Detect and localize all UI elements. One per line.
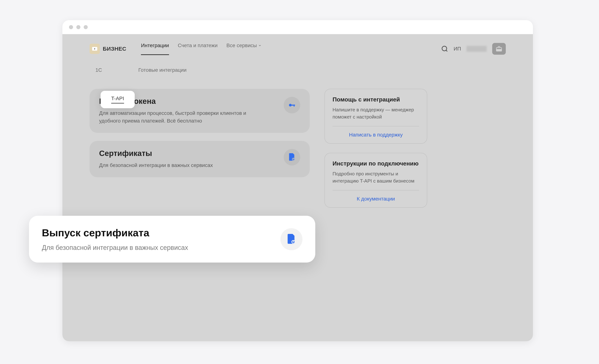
briefcase-icon[interactable] bbox=[492, 43, 506, 55]
nav-accounts-payments[interactable]: Счета и платежи bbox=[178, 43, 218, 55]
card-certificates[interactable]: Сертификаты Для безопасной интеграции в … bbox=[89, 141, 310, 177]
side-card-docs: Инструкции по подключению Подробно про и… bbox=[325, 153, 427, 208]
right-column: Помощь с интеграцией Напишите в поддержк… bbox=[325, 89, 427, 217]
header: т БИЗНЕС Интеграции Счета и платежи Все … bbox=[62, 34, 533, 58]
popup-tab-tapi[interactable]: T-API bbox=[101, 91, 135, 108]
certificate-glyph-icon bbox=[288, 153, 296, 161]
logo-mark: т bbox=[89, 44, 100, 54]
nav-all-services-label: Все сервисы bbox=[227, 43, 257, 48]
certificate-glyph-icon bbox=[287, 234, 296, 244]
nav-integrations[interactable]: Интеграции bbox=[141, 43, 169, 55]
link-write-support[interactable]: Написать в поддержку bbox=[333, 126, 419, 143]
popup-card-certificate-issue[interactable]: Выпуск сертификата Для безопасной интегр… bbox=[29, 216, 315, 262]
certificate-icon bbox=[280, 228, 302, 250]
subnav-ready-integrations[interactable]: Готовые интеграции bbox=[132, 63, 193, 77]
side-card-title: Инструкции по подключению bbox=[333, 160, 419, 167]
svg-rect-12 bbox=[293, 241, 294, 241]
search-icon[interactable] bbox=[441, 45, 448, 52]
header-right: ИП bbox=[441, 43, 506, 55]
user-name-redacted bbox=[467, 46, 487, 52]
logo[interactable]: т БИЗНЕС bbox=[89, 44, 126, 54]
card-desc: Для автоматизации процессов, быстрой про… bbox=[99, 109, 264, 125]
window-minimize-button[interactable] bbox=[76, 25, 80, 29]
popup-card-desc: Для безопасной интеграции в важных серви… bbox=[42, 244, 280, 251]
traffic-lights bbox=[69, 25, 88, 29]
nav-all-services[interactable]: Все сервисы bbox=[227, 43, 262, 55]
popup-tab-label: T-API bbox=[111, 95, 124, 104]
user-prefix: ИП bbox=[454, 46, 461, 52]
briefcase-glyph-icon bbox=[495, 45, 503, 52]
popup-card-title: Выпуск сертификата bbox=[42, 227, 280, 239]
svg-point-11 bbox=[293, 242, 294, 242]
side-card-title: Помощь с интеграцией bbox=[333, 96, 419, 103]
card-content: Сертификаты Для безопасной интеграции в … bbox=[99, 149, 276, 169]
svg-point-7 bbox=[293, 159, 294, 160]
subnav-1c[interactable]: 1C bbox=[89, 63, 108, 77]
popup-card-content: Выпуск сертификата Для безопасной интегр… bbox=[42, 227, 280, 251]
svg-rect-4 bbox=[294, 104, 295, 107]
side-card-desc: Подробно про инструменты и интеграцию T-… bbox=[333, 170, 419, 185]
window-titlebar bbox=[62, 20, 533, 34]
window-close-button[interactable] bbox=[69, 25, 73, 29]
card-title: Сертификаты bbox=[99, 149, 276, 158]
main-nav: Интеграции Счета и платежи Все сервисы bbox=[141, 43, 441, 55]
side-card-help: Помощь с интеграцией Напишите в поддержк… bbox=[325, 89, 427, 144]
link-to-documentation[interactable]: К документации bbox=[333, 190, 419, 207]
svg-line-1 bbox=[446, 50, 447, 51]
window-maximize-button[interactable] bbox=[84, 25, 88, 29]
side-card-desc: Напишите в поддержку — менеджер поможет … bbox=[333, 106, 419, 121]
svg-point-0 bbox=[442, 46, 447, 51]
key-icon bbox=[284, 97, 300, 113]
logo-mark-letter: т bbox=[92, 47, 97, 51]
app-body: т БИЗНЕС Интеграции Счета и платежи Все … bbox=[62, 34, 533, 341]
logo-text: БИЗНЕС bbox=[103, 46, 126, 52]
card-desc: Для безопасной интеграции в важных серви… bbox=[99, 161, 264, 169]
browser-window: т БИЗНЕС Интеграции Счета и платежи Все … bbox=[62, 20, 533, 341]
certificate-icon bbox=[284, 149, 300, 165]
svg-rect-8 bbox=[293, 158, 294, 159]
svg-point-2 bbox=[289, 104, 292, 107]
key-glyph-icon bbox=[288, 101, 296, 109]
chevron-down-icon bbox=[258, 44, 262, 47]
sub-nav: 1C T-API Готовые интеграции bbox=[62, 58, 533, 85]
